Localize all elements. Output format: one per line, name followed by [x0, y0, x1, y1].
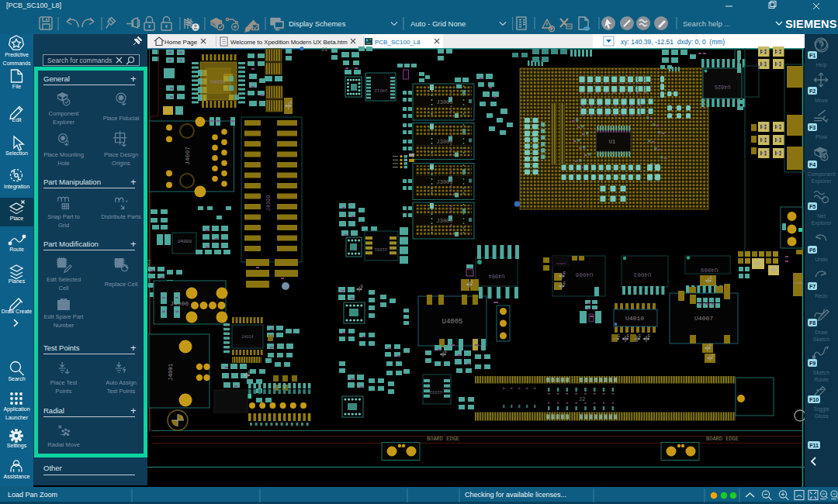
svg-text:U4012: U4012 [375, 88, 388, 93]
svg-text:G: G [765, 122, 767, 126]
svg-text:G: G [648, 334, 650, 339]
svg-text:U1: U1 [609, 139, 615, 145]
svg-text:G: G [780, 122, 782, 126]
svg-text:F1: F1 [809, 53, 815, 58]
svg-text:J2: J2 [579, 396, 585, 402]
svg-text:F11: F11 [809, 443, 819, 448]
svg-text:U4009: U4009 [701, 267, 719, 273]
svg-text:3: 3 [180, 415, 182, 420]
svg-text:G: G [765, 135, 767, 140]
svg-text:F6: F6 [809, 247, 815, 253]
svg-text:G: G [712, 354, 714, 358]
svg-text:G: G [563, 271, 566, 276]
svg-text:G: G [775, 265, 777, 270]
svg-text:G: G [361, 285, 363, 289]
svg-text:G: G [780, 135, 782, 140]
svg-text:J4007: J4007 [184, 147, 191, 165]
svg-text:G: G [563, 281, 566, 286]
svg-text:G: G [248, 371, 251, 375]
svg-text:G: G [627, 334, 629, 339]
svg-text:L1065: L1065 [793, 281, 803, 285]
svg-text:J4001: J4001 [168, 363, 174, 381]
svg-text:U4006: U4006 [575, 271, 593, 278]
svg-text:J4399: J4399 [265, 195, 272, 211]
svg-text:U1002: U1002 [430, 389, 443, 395]
svg-text:G: G [780, 47, 782, 51]
svg-text:F3: F3 [809, 125, 815, 130]
svg-text:U4014: U4014 [241, 335, 253, 340]
svg-text:F4: F4 [809, 162, 815, 167]
svg-text:U4010: U4010 [625, 315, 644, 322]
svg-text:BOARD EDGE: BOARD EDGE [427, 436, 459, 442]
svg-text:U4004: U4004 [488, 273, 504, 279]
svg-text:G: G [471, 280, 473, 285]
svg-text:F2: F2 [809, 88, 815, 94]
svg-text:F7: F7 [809, 284, 815, 289]
svg-text:F9: F9 [809, 361, 815, 366]
svg-text:G: G [289, 101, 292, 105]
svg-text:F10: F10 [809, 397, 819, 402]
svg-text:U4003: U4003 [633, 271, 651, 278]
svg-text:J1: J1 [321, 47, 327, 53]
svg-text:F8: F8 [809, 320, 815, 326]
svg-text:F5: F5 [809, 204, 815, 209]
svg-text:G: G [765, 47, 767, 51]
svg-text:U4014: U4014 [556, 262, 566, 265]
svg-text:G: G [780, 148, 782, 153]
svg-text:U4025: U4025 [714, 84, 730, 90]
svg-text:G: G [709, 343, 712, 348]
svg-text:U4007: U4007 [694, 315, 713, 322]
svg-text:G: G [639, 334, 641, 339]
svg-text:BOARD EDGE: BOARD EDGE [706, 436, 739, 442]
svg-text:G: G [780, 59, 782, 64]
svg-text:G: G [760, 259, 762, 264]
svg-text:G: G [445, 350, 447, 354]
svg-text:G: G [765, 148, 767, 153]
svg-text:G: G [710, 276, 712, 281]
svg-text:U4000: U4000 [178, 239, 192, 244]
svg-text:U1001: U1001 [374, 247, 387, 252]
svg-text:G: G [618, 334, 620, 339]
svg-text:G: G [765, 59, 767, 64]
svg-text:U4005: U4005 [442, 318, 462, 326]
svg-text:U4020: U4020 [210, 80, 226, 85]
